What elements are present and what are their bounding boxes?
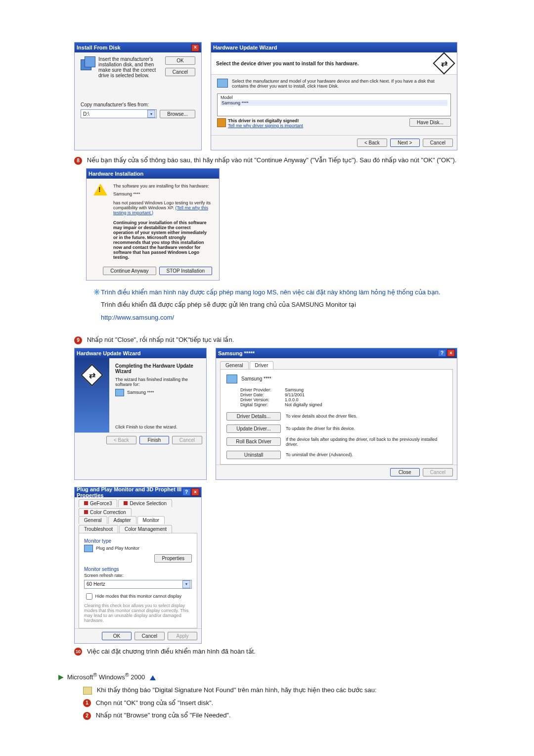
shield-icon (217, 118, 226, 127)
back-button[interactable]: < Back (357, 139, 387, 147)
hw-complete-dialog: Hardware Update Wizard ⇄ Completing the … (74, 348, 207, 480)
cancel-button[interactable]: Cancel (165, 68, 195, 76)
uninstall-button[interactable]: Uninstall (226, 451, 281, 459)
nvidia-icon (84, 501, 88, 505)
driver-date-label: Driver Date: (240, 392, 285, 397)
cancel-button-5[interactable]: Cancel (134, 632, 165, 640)
tab-driver[interactable]: Driver (250, 361, 274, 369)
hw-update-title: Hardware Update Wizard (213, 45, 277, 50)
select-driver-desc: Select the manufacturer and model of you… (232, 79, 451, 89)
arrow-icon: ▶ (56, 672, 65, 682)
bullet-8-icon: 8 (74, 157, 82, 165)
help-icon-2[interactable]: ? (182, 488, 190, 496)
floppy-icon (81, 56, 94, 69)
hw-install-device: Samsung **** (113, 191, 212, 196)
close-button[interactable]: Close (390, 468, 420, 476)
refresh-rate-label: Screen refresh rate: (84, 573, 192, 578)
uninstall-desc: To uninstall the driver (Advanced). (286, 452, 446, 457)
have-disk-button[interactable]: Have Disk... (409, 118, 451, 127)
tab-general-2[interactable]: General (79, 516, 107, 524)
driver-date-value: 9/11/2001 (285, 392, 305, 397)
wizard-icon: ⇄ (433, 52, 455, 74)
properties-button[interactable]: Properties (154, 554, 192, 563)
driver-provider-value: Samsung (285, 387, 304, 392)
tab-troubleshoot[interactable]: Troubleshoot (79, 525, 118, 533)
win2000-step-1: 1 Chọn nút "OK" trong cửa sổ "Insert dis… (74, 698, 457, 708)
step-9-text: Nhấp nút "Close", rồi nhấp nút "OK"tiếp … (87, 336, 234, 343)
tab-color-correction[interactable]: Color Correction (79, 508, 132, 516)
driver-props-title: Samsung ***** (218, 350, 255, 356)
chevron-down-icon-2[interactable]: ▾ (182, 580, 190, 588)
ok-button-2[interactable]: OK (102, 632, 132, 640)
help-icon[interactable]: ? (438, 349, 446, 357)
browse-button[interactable]: Browse... (160, 110, 195, 118)
continue-anyway-button[interactable]: Continue Anyway (103, 267, 156, 275)
tab-monitor[interactable]: Monitor (137, 516, 165, 524)
hardware-installation-dialog: Hardware Installation The software you a… (86, 168, 220, 281)
hw-install-title: Hardware Installation (89, 171, 143, 177)
finish-button[interactable]: Finish (139, 436, 169, 444)
tab-geforce3[interactable]: GeForce3 (79, 499, 117, 507)
chevron-down-icon[interactable]: ▾ (147, 110, 155, 118)
driver-details-button[interactable]: Driver Details... (226, 412, 281, 421)
step-8-text: Nếu bạn thấy cửa sổ thông báo sau, thì h… (87, 156, 457, 164)
step-10: 10 Việc cài đặt chương trình điều khiển … (74, 647, 457, 657)
cancel-button-4: Cancel (423, 468, 453, 476)
update-driver-button[interactable]: Update Driver... (226, 425, 281, 433)
step-10-text: Việc cài đặt chương trình điều khiển màn… (87, 648, 256, 655)
samsung-link[interactable]: http://www.samsung.com/ (101, 314, 174, 321)
signing-link[interactable]: Tell me why driver signing is important (228, 123, 303, 128)
nvidia-icon (124, 501, 128, 505)
install-from-disk-dialog: Install From Disk × Insert the manufactu… (74, 42, 202, 150)
hide-modes-checkbox[interactable] (86, 593, 92, 600)
monitor-name: Plug and Play Monitor (96, 546, 139, 551)
hw-install-line1: The software you are installing for this… (113, 184, 212, 189)
monitor-icon (217, 79, 228, 88)
up-triangle-icon[interactable] (150, 675, 156, 680)
monitor-settings-label: Monitor settings (84, 567, 192, 572)
driver-version-label: Driver Version: (240, 397, 285, 402)
tab-device-selection[interactable]: Device Selection (118, 499, 172, 507)
note-line1: Trình điều khiển màn hình này được cấp p… (101, 287, 457, 297)
next-button[interactable]: Next > (390, 139, 420, 147)
cancel-button-3: Cancel (172, 436, 202, 444)
back-button-2: < Back (106, 436, 136, 444)
hide-modes-label: Hide modes that this monitor cannot disp… (95, 593, 182, 598)
wizard-complete-icon: ⇄ (81, 364, 103, 386)
model-value[interactable]: Samsung **** (221, 100, 447, 106)
complete-device: Samsung **** (127, 390, 154, 395)
hardware-update-select-dialog: Hardware Update Wizard Select the device… (211, 42, 457, 150)
win2000-heading: ▶ Microsoft® Windows® 2000 (56, 671, 457, 682)
install-from-disk-title: Install From Disk (77, 45, 121, 50)
close-icon-2[interactable]: × (447, 349, 455, 357)
refresh-rate-select[interactable]: 60 Hertz ▾ (84, 580, 192, 589)
tab-color-mgmt[interactable]: Color Management (119, 525, 172, 533)
bullet-9-icon: 9 (74, 336, 82, 344)
step-8: 8 Nếu bạn thấy cửa sổ thông báo sau, thì… (74, 155, 457, 165)
update-driver-desc: To update the driver for this device. (286, 426, 446, 431)
note-line2: Trình điều khiển đã được cấp phép sẽ đượ… (101, 300, 457, 310)
bullet-2-icon: 2 (83, 712, 91, 720)
close-icon-3[interactable]: × (191, 488, 199, 496)
install-disk-instruction: Insert the manufacturer's installation d… (98, 56, 161, 78)
win2000-intro: Khi thấy thông báo "Digital Signature No… (74, 685, 457, 695)
monitor-type-label: Monitor type (84, 538, 192, 544)
complete-heading: Completing the Hardware Update Wizard (115, 363, 201, 374)
ok-button[interactable]: OK (165, 56, 195, 65)
stop-installation-button[interactable]: STOP Installation (159, 267, 212, 275)
rollback-driver-button[interactable]: Roll Back Driver (226, 437, 281, 446)
refresh-rate-value: 60 Hertz (87, 581, 105, 587)
close-icon[interactable]: × (191, 44, 199, 51)
driver-provider-label: Driver Provider: (240, 387, 285, 392)
driver-version-value: 1.0.0.0 (285, 397, 299, 402)
copy-path-field[interactable]: D:\ (83, 111, 89, 117)
tab-general[interactable]: General (220, 361, 249, 369)
hw-complete-title: Hardware Update Wizard (77, 350, 141, 356)
model-col-label: Model (221, 95, 447, 100)
note-icon (83, 687, 92, 695)
tab-adapter[interactable]: Adapter (108, 516, 136, 524)
win2000-step-2: 2 Nhấp nút "Browse" trong cửa sổ "File N… (74, 710, 457, 720)
monitor-small-icon (115, 389, 124, 396)
driver-properties-dialog: Samsung ***** ? × General Driver Samsung… (216, 348, 457, 480)
cancel-button-2[interactable]: Cancel (423, 139, 453, 147)
